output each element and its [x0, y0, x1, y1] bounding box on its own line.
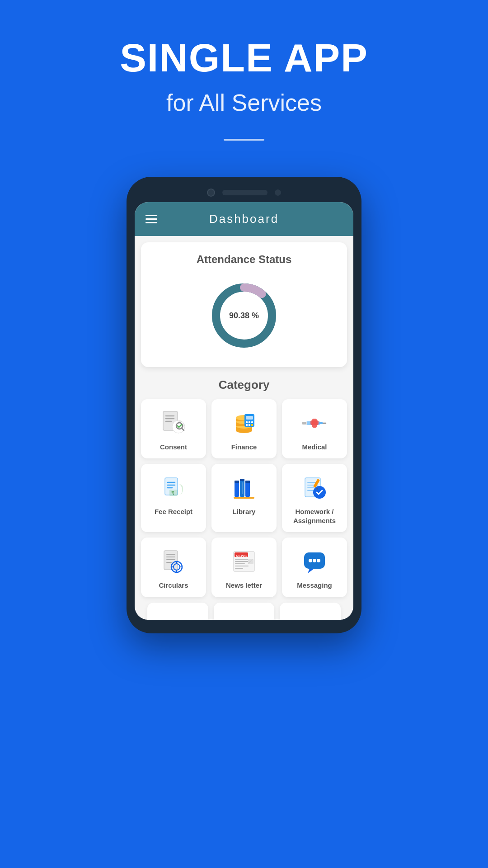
- category-item-fee-receipt[interactable]: ₹ Fee Receipt: [141, 464, 206, 532]
- circulars-icon: [159, 547, 188, 576]
- medical-label: Medical: [302, 443, 327, 452]
- homework-label: Homework / Assignments: [286, 507, 343, 525]
- phone-sensor: [275, 189, 281, 196]
- phone-camera: [207, 189, 215, 197]
- svg-rect-18: [246, 421, 248, 423]
- messaging-icon: [300, 547, 329, 576]
- svg-point-76: [309, 559, 312, 562]
- svg-rect-43: [234, 497, 254, 499]
- svg-text:₹: ₹: [171, 491, 174, 495]
- donut-chart: 90.38 %: [208, 279, 280, 352]
- category-item-library[interactable]: Library: [211, 464, 277, 532]
- category-item-newsletter[interactable]: NEWS Ne: [211, 538, 277, 597]
- donut-chart-container: 90.38 %: [150, 275, 338, 356]
- menu-line-2: [145, 218, 157, 220]
- svg-rect-20: [251, 421, 253, 423]
- svg-rect-17: [246, 416, 253, 420]
- donut-center-label: 90.38 %: [229, 311, 259, 320]
- partial-item-3: [280, 603, 341, 620]
- svg-point-78: [317, 559, 320, 562]
- phone-screen: Dashboard Attendance Status: [135, 202, 353, 620]
- category-item-consent[interactable]: Consent: [141, 399, 206, 459]
- bottom-partial-row: [141, 597, 347, 620]
- fee-receipt-icon: ₹: [159, 473, 188, 502]
- dashboard-header: Dashboard: [135, 202, 353, 236]
- category-item-homework[interactable]: Homework / Assignments: [282, 464, 347, 532]
- header-section: SINGLE APP for All Services: [0, 0, 488, 177]
- category-item-circulars[interactable]: Circulars: [141, 538, 206, 597]
- svg-rect-28: [310, 420, 319, 425]
- finance-label: Finance: [231, 443, 257, 452]
- homework-icon: [300, 473, 329, 502]
- fee-receipt-label: Fee Receipt: [155, 507, 192, 516]
- medical-icon: [300, 408, 329, 437]
- attendance-title: Attendance Status: [150, 253, 338, 266]
- svg-rect-23: [251, 424, 253, 426]
- messaging-label: Messaging: [297, 581, 332, 590]
- finance-icon: [230, 408, 258, 437]
- svg-rect-30: [302, 422, 306, 425]
- phone-container: Dashboard Attendance Status: [0, 177, 488, 660]
- phone-speaker: [222, 190, 267, 195]
- consent-label: Consent: [160, 443, 187, 452]
- category-title: Category: [141, 378, 347, 392]
- svg-rect-37: [235, 481, 239, 497]
- partial-item-2: [214, 603, 275, 620]
- svg-rect-19: [249, 421, 250, 423]
- category-item-messaging[interactable]: Messaging: [282, 538, 347, 597]
- category-section: Category: [135, 373, 353, 620]
- divider: [224, 139, 264, 141]
- svg-rect-25: [319, 422, 323, 424]
- phone-mockup: Dashboard Attendance Status: [127, 177, 361, 633]
- phone-top-bar: [135, 185, 353, 202]
- consent-icon: [159, 408, 188, 437]
- library-label: Library: [233, 507, 256, 516]
- sub-title: for All Services: [18, 89, 470, 116]
- svg-point-77: [313, 559, 316, 562]
- attendance-section: Attendance Status 90.38 %: [141, 242, 347, 367]
- svg-text:NEWS: NEWS: [236, 554, 247, 558]
- category-item-finance[interactable]: Finance: [211, 399, 277, 459]
- dashboard-title: Dashboard: [209, 212, 279, 226]
- svg-rect-40: [240, 479, 244, 481]
- category-item-medical[interactable]: Medical: [282, 399, 347, 459]
- svg-rect-21: [246, 424, 248, 426]
- circulars-label: Circulars: [159, 581, 188, 590]
- main-title: SINGLE APP: [18, 36, 470, 80]
- svg-rect-41: [245, 481, 250, 497]
- newsletter-label: News letter: [226, 581, 262, 590]
- partial-item-1: [147, 603, 208, 620]
- svg-rect-38: [235, 481, 239, 483]
- menu-line-1: [145, 215, 157, 216]
- category-grid: Consent: [141, 399, 347, 597]
- library-icon: [230, 473, 258, 502]
- svg-rect-22: [249, 424, 250, 426]
- svg-rect-42: [245, 481, 250, 483]
- newsletter-icon: NEWS: [230, 547, 258, 576]
- svg-marker-75: [308, 569, 314, 573]
- menu-line-3: [145, 222, 157, 223]
- menu-icon[interactable]: [145, 215, 157, 223]
